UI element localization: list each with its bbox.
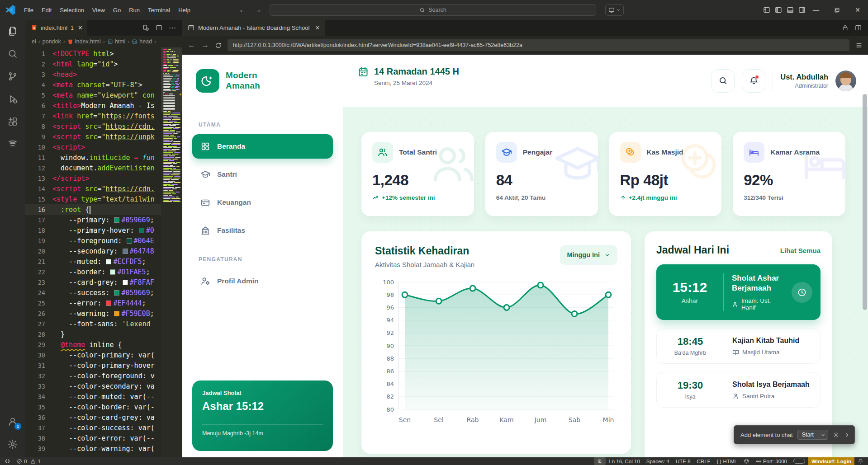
menu-file[interactable]: File — [20, 5, 38, 15]
feedback-smiley[interactable] — [740, 457, 753, 465]
menu-selection[interactable]: Selection — [56, 5, 88, 15]
gear-icon[interactable] — [833, 432, 840, 438]
sidebar-item-profil-admin[interactable]: Profil Admin — [192, 269, 333, 293]
code-line-7[interactable]: 7<link href="https://fonts — [25, 111, 161, 121]
code-line-15[interactable]: 15<style type="text/tailwin — [25, 194, 161, 204]
code-line-1[interactable]: 1<!DOCTYPE html> — [25, 48, 161, 59]
sidebar-item-santri[interactable]: Santri — [192, 162, 333, 187]
breadcrumb-html[interactable]: html — [107, 38, 126, 45]
activity-extensions[interactable] — [0, 110, 25, 133]
user-block[interactable]: Ust. Abdullah Administrator — [780, 73, 828, 89]
activity-account[interactable]: 1 — [0, 410, 25, 433]
windsurf-login[interactable]: Windsurf: Login — [808, 457, 854, 465]
remote-window-indicator[interactable] — [605, 4, 624, 16]
browser-forward-icon[interactable]: → — [201, 41, 209, 50]
browser-tab-close-icon[interactable]: ✕ — [315, 24, 320, 31]
code-line-24[interactable]: 24 --success: #059669; — [25, 287, 161, 298]
menu-edit[interactable]: Edit — [38, 5, 56, 15]
tab-simple-browser[interactable]: Modern Amanah - Islamic Boarding School … — [182, 20, 325, 36]
code-line-35[interactable]: 35 --color-border: var(- — [25, 402, 161, 412]
browser-menu-icon[interactable] — [855, 42, 863, 49]
breadcrumb-head[interactable]: head — [132, 38, 152, 45]
notifications-button[interactable] — [742, 69, 765, 93]
menu-view[interactable]: View — [88, 5, 109, 15]
tab-close-icon[interactable]: ✕ — [78, 24, 83, 31]
indentation[interactable]: Spaces: 4 — [643, 457, 673, 465]
code-line-28[interactable]: 28 } — [25, 329, 161, 339]
code-line-5[interactable]: 5<meta name="viewport" con — [25, 90, 161, 100]
activity-files[interactable] — [0, 20, 25, 42]
code-line-18[interactable]: 18 --primary-hover: #0 — [25, 225, 161, 235]
code-line-22[interactable]: 22 --border: #D1FAE5; — [25, 267, 161, 277]
split-editor-icon[interactable] — [156, 24, 162, 31]
eol-sequence[interactable]: CRLF — [694, 457, 714, 465]
zoom-indicator[interactable] — [594, 457, 606, 465]
activity-windsurf[interactable] — [0, 133, 25, 155]
problems-indicator[interactable]: 0 1 — [14, 457, 44, 465]
sidebar-item-beranda[interactable]: Beranda — [192, 134, 333, 159]
code-line-26[interactable]: 26 --warning: #F59E0B; — [25, 308, 161, 319]
encoding[interactable]: UTF-8 — [673, 457, 694, 465]
code-line-17[interactable]: 17 --primary: #059669; — [25, 215, 161, 225]
toggle-secondary-sidebar-icon[interactable] — [798, 6, 806, 14]
toggle-pill[interactable] — [790, 457, 808, 465]
minimize-button[interactable]: — — [806, 0, 826, 20]
code-line-21[interactable]: 21 --muted: #ECFDF5; — [25, 256, 161, 267]
see-all-link[interactable]: Lihat Semua — [780, 244, 821, 254]
close-button[interactable]: ✕ — [847, 0, 868, 20]
history-forward-icon[interactable]: → — [254, 5, 261, 14]
code-line-23[interactable]: 23 --card-grey: #F8FAF — [25, 277, 161, 287]
code-line-4[interactable]: 4<meta charset="UTF-8"> — [25, 80, 161, 90]
command-search-box[interactable]: Search — [270, 4, 596, 16]
activity-search[interactable] — [0, 42, 25, 65]
code-line-10[interactable]: 10<script> — [25, 142, 161, 152]
preview-scrollbar[interactable] — [863, 94, 867, 310]
start-button[interactable]: Start — [797, 430, 828, 440]
code-line-12[interactable]: 12 document.addEventListen — [25, 163, 161, 173]
code-editor[interactable]: 1<!DOCTYPE html>2<html lang="id">3<head>… — [25, 47, 161, 457]
code-line-33[interactable]: 33 --color-secondary: va — [25, 381, 161, 391]
schedule-item-15-12[interactable]: 15:12AsharSholat Ashar BerjamaahImam: Us… — [656, 264, 821, 320]
code-line-39[interactable]: 39 --color-warning: var( — [25, 443, 161, 454]
menu-terminal[interactable]: Terminal — [144, 5, 174, 15]
chevron-right-icon[interactable] — [844, 432, 850, 438]
activity-settings[interactable] — [0, 433, 25, 456]
code-line-27[interactable]: 27 --font-sans: 'Lexend — [25, 319, 161, 329]
avatar[interactable] — [835, 70, 856, 91]
menu-run[interactable]: Run — [125, 5, 144, 15]
reload-icon[interactable] — [215, 42, 222, 49]
code-line-3[interactable]: 3<head> — [25, 69, 161, 80]
browser-back-icon[interactable]: ← — [188, 41, 195, 50]
code-line-32[interactable]: 32 --color-foreground: v — [25, 371, 161, 381]
schedule-item-18-45[interactable]: 18:45Ba'da MghrbKajian Kitab TauhidMasji… — [656, 328, 821, 364]
remote-indicator[interactable] — [0, 457, 14, 465]
code-line-11[interactable]: 11 window.initLucide = fun — [25, 152, 161, 163]
code-line-16[interactable]: 16 :root { — [25, 204, 161, 215]
code-line-13[interactable]: 13</script> — [25, 173, 161, 183]
schedule-item-19-30[interactable]: 19:30IsyaSholat Isya BerjamaahSantri Put… — [656, 372, 821, 408]
open-changes-icon[interactable] — [142, 24, 149, 31]
url-input[interactable]: http://127.0.0.1:3000/c:/BWA/artikel/pon… — [228, 39, 849, 51]
activity-run-debug[interactable] — [0, 88, 25, 110]
start-dropdown-icon[interactable] — [818, 431, 828, 439]
toggle-sidebar-icon[interactable] — [775, 6, 782, 14]
minimap-slider[interactable] — [161, 47, 182, 112]
sidebar-item-fasilitas[interactable]: Fasilitas — [192, 218, 333, 243]
code-line-29[interactable]: 29 @theme inline { — [25, 339, 161, 350]
code-line-2[interactable]: 2<html lang="id"> — [25, 59, 161, 69]
more-actions-icon[interactable]: ⋯ — [169, 23, 176, 32]
history-back-icon[interactable]: ← — [239, 5, 247, 14]
code-line-8[interactable]: 8<script src="https://cdn. — [25, 121, 161, 132]
split-editor-icon[interactable] — [855, 24, 862, 31]
cursor-position[interactable]: Ln 16, Col 10 — [606, 457, 643, 465]
restore-button[interactable] — [826, 0, 847, 20]
code-line-38[interactable]: 38 --color-error: var(-- — [25, 433, 161, 443]
breadcrumb-el[interactable]: el — [32, 38, 36, 45]
breadcrumb-pondok[interactable]: pondok — [43, 38, 61, 45]
activity-source-control[interactable] — [0, 65, 25, 88]
breadcrumb[interactable]: el›pondok›index.html›html›head› — [25, 36, 182, 47]
sidebar-item-keuangan[interactable]: Keuangan — [192, 190, 333, 215]
tab-index-html[interactable]: 5 index.html 1 ✕ — [25, 20, 87, 36]
breadcrumb-index.html[interactable]: index.html — [67, 38, 101, 45]
code-line-30[interactable]: 30 --color-primary: var( — [25, 350, 161, 360]
